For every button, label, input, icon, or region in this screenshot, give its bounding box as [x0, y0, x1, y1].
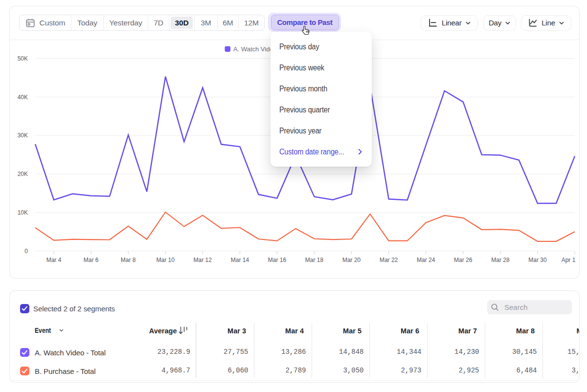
svg-text:Apr 1: Apr 1	[562, 257, 576, 263]
svg-text:Mar 10: Mar 10	[157, 257, 175, 263]
svg-text:Mar 8: Mar 8	[121, 257, 136, 263]
svg-text:Mar 18: Mar 18	[305, 257, 324, 263]
svg-text:50K: 50K	[18, 55, 28, 62]
svg-text:Mar 14: Mar 14	[231, 257, 249, 263]
svg-text:Mar 20: Mar 20	[342, 257, 361, 263]
svg-text:30K: 30K	[18, 132, 28, 139]
svg-text:20K: 20K	[18, 171, 28, 177]
svg-text:Mar 28: Mar 28	[491, 257, 510, 263]
svg-text:Mar 24: Mar 24	[417, 257, 435, 263]
svg-text:Mar 16: Mar 16	[268, 257, 287, 263]
svg-text:0: 0	[24, 248, 28, 255]
svg-text:10K: 10K	[18, 209, 28, 216]
svg-text:Mar 26: Mar 26	[454, 257, 473, 263]
svg-text:Mar 22: Mar 22	[380, 257, 398, 263]
svg-text:Mar 30: Mar 30	[528, 257, 547, 263]
svg-text:Mar 12: Mar 12	[194, 257, 212, 263]
svg-text:40K: 40K	[18, 94, 28, 101]
svg-text:Mar 6: Mar 6	[84, 257, 99, 263]
svg-text:Mar 4: Mar 4	[46, 257, 62, 263]
